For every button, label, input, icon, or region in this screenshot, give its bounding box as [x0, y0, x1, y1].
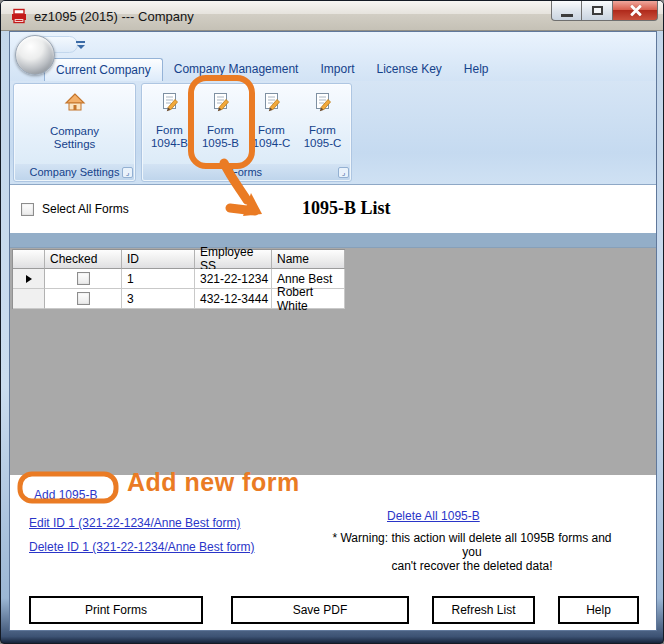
warning-text: * Warning: this action will delete all 1…	[328, 531, 616, 573]
chevron-down-icon[interactable]	[76, 41, 85, 49]
column-header-name[interactable]: Name	[272, 250, 345, 269]
dialog-launcher-icon[interactable]: ⌟	[122, 167, 133, 178]
company-settings-button[interactable]: Company Settings	[15, 85, 134, 165]
tab-license-key[interactable]: License Key	[365, 58, 452, 81]
tab-current-company[interactable]: Current Company	[44, 58, 163, 81]
delete-id1-link[interactable]: Delete ID 1 (321-22-1234/Anne Best form)	[29, 540, 254, 554]
form-edit-icon	[160, 92, 180, 112]
close-button[interactable]	[613, 1, 658, 21]
select-all-checkbox[interactable]	[21, 203, 34, 216]
row-selector-cell[interactable]	[13, 269, 45, 289]
window-controls	[551, 1, 658, 21]
table-header-row: Checked ID Employee SS Name	[13, 250, 345, 269]
refresh-list-button[interactable]: Refresh List	[432, 596, 535, 624]
tab-import[interactable]: Import	[309, 58, 365, 81]
cell-ssn[interactable]: 432-12-3444	[195, 289, 272, 309]
ribbon-header: Current Company Company Management Impor…	[10, 32, 656, 81]
column-header-id[interactable]: ID	[122, 250, 195, 269]
form-1094c-button[interactable]: Form 1094-C	[246, 85, 297, 165]
column-header-employee-ss[interactable]: Employee SS	[195, 250, 272, 269]
home-icon	[64, 92, 86, 112]
grid-panel: Checked ID Employee SS Name 1 321-22-123…	[10, 233, 656, 475]
form-edit-icon	[262, 92, 282, 112]
form-1095c-button[interactable]: Form 1095-C	[297, 85, 348, 165]
window-title: ez1095 (2015) --- Company	[34, 9, 194, 24]
grid-panel-top-strip	[10, 233, 656, 248]
save-pdf-button[interactable]: Save PDF	[231, 596, 409, 624]
row-checkbox-cell[interactable]	[45, 289, 122, 309]
forms-table: Checked ID Employee SS Name 1 321-22-123…	[12, 249, 345, 309]
cell-ssn[interactable]: 321-22-1234	[195, 269, 272, 289]
select-all-label: Select All Forms	[42, 202, 129, 216]
maximize-icon	[592, 6, 603, 15]
form-1095b-button[interactable]: Form 1095-B	[195, 85, 246, 165]
title-bar: ez1095 (2015) --- Company	[1, 1, 663, 31]
form-1094b-button[interactable]: Form 1094-B	[144, 85, 195, 165]
list-header-band: Select All Forms 1095-B List	[10, 185, 656, 233]
warning-line-2: can't recover the deleted data!	[391, 559, 552, 573]
form-edit-icon	[211, 92, 231, 112]
row-selector-icon	[26, 275, 32, 283]
row-checkbox-cell[interactable]	[45, 269, 122, 289]
cell-id[interactable]: 1	[122, 269, 195, 289]
ribbon: Company Settings Company Settings ⌟ Form…	[10, 81, 656, 185]
cell-id[interactable]: 3	[122, 289, 195, 309]
row-checkbox[interactable]	[77, 292, 90, 305]
tab-company-management[interactable]: Company Management	[163, 58, 310, 81]
column-header-checked[interactable]: Checked	[45, 250, 122, 269]
add-1095b-link[interactable]: Add 1095-B	[34, 488, 97, 502]
form-edit-icon	[313, 92, 333, 112]
row-checkbox[interactable]	[77, 272, 90, 285]
minimize-icon	[561, 14, 573, 17]
page-title: 1095-B List	[302, 198, 391, 219]
form-buttons: Form 1094-B Form 1095-B	[144, 85, 348, 165]
help-button[interactable]: Help	[558, 596, 639, 624]
actions-panel: Add 1095-B Edit ID 1 (321-22-1234/Anne B…	[10, 475, 656, 630]
ribbon-group-company-settings: Company Settings Company Settings ⌟	[13, 83, 136, 182]
table-row: 3 432-12-3444 Robert White	[13, 289, 345, 309]
ribbon-group-forms: Form 1094-B Form 1095-B	[141, 83, 352, 182]
app-window: ez1095 (2015) --- Company Current Compan…	[0, 0, 664, 644]
warning-line-1: * Warning: this action will delete all 1…	[332, 531, 611, 559]
edit-id1-link[interactable]: Edit ID 1 (321-22-1234/Anne Best form)	[29, 516, 240, 530]
company-settings-button-label: Company Settings	[37, 125, 113, 151]
ribbon-tabs: Current Company Company Management Impor…	[44, 58, 500, 81]
application-menu-button[interactable]	[15, 35, 55, 75]
cell-name[interactable]: Robert White	[272, 289, 345, 309]
client-area: Current Company Company Management Impor…	[9, 31, 657, 631]
maximize-button[interactable]	[582, 1, 613, 21]
delete-all-1095b-link[interactable]: Delete All 1095-B	[387, 509, 480, 523]
group-label-forms: Forms	[143, 164, 350, 180]
row-selector-cell[interactable]	[13, 289, 45, 309]
form-1094b-label: Form 1094-B	[145, 124, 195, 150]
tab-help[interactable]: Help	[453, 58, 500, 81]
form-1095b-label: Form 1095-B	[196, 124, 246, 150]
form-1094c-label: Form 1094-C	[247, 124, 297, 150]
group-label-company-settings: Company Settings	[15, 164, 134, 180]
dialog-launcher-icon[interactable]: ⌟	[338, 167, 349, 178]
print-forms-button[interactable]: Print Forms	[29, 596, 203, 624]
app-icon	[11, 8, 27, 24]
minimize-button[interactable]	[551, 1, 582, 21]
add-new-form-annotation: Add new form	[127, 468, 300, 497]
form-1095c-label: Form 1095-C	[298, 124, 348, 150]
corner-header-cell	[13, 250, 45, 269]
